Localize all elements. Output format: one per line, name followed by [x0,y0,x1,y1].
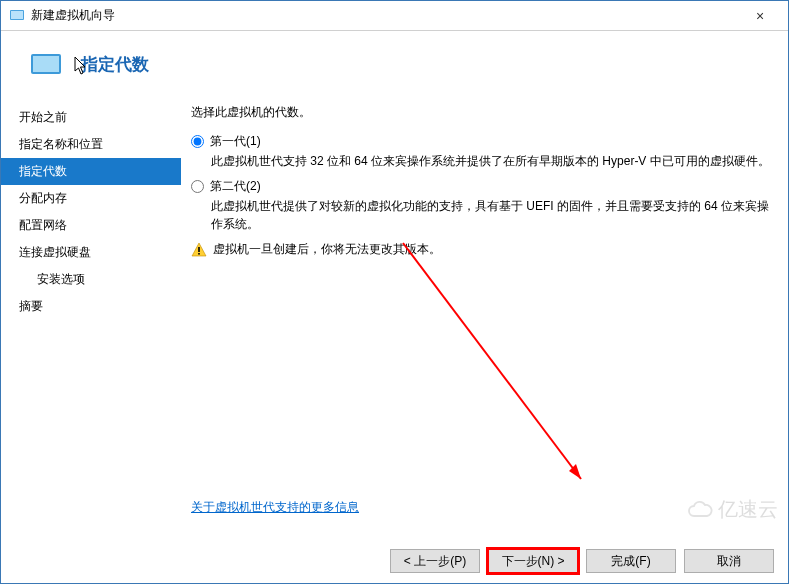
footer-buttons: < 上一步(P) 下一步(N) > 完成(F) 取消 [390,549,774,573]
svg-line-6 [403,243,581,479]
header-icon [31,54,61,76]
gen1-block: 第一代(1) 此虚拟机世代支持 32 位和 64 位来宾操作系统并提供了在所有早… [191,133,774,170]
sidebar-item-summary[interactable]: 摘要 [1,293,181,320]
sidebar-item-name-location[interactable]: 指定名称和位置 [1,131,181,158]
app-icon [9,8,25,24]
svg-marker-7 [569,464,581,479]
gen1-radio-row[interactable]: 第一代(1) [191,133,774,150]
gen1-label: 第一代(1) [210,133,261,150]
cancel-button[interactable]: 取消 [684,549,774,573]
gen1-radio[interactable] [191,135,204,148]
window-title: 新建虚拟机向导 [31,7,740,24]
page-header: 指定代数 [1,31,788,96]
page-title: 指定代数 [81,53,149,76]
svg-rect-3 [33,56,59,72]
cloud-icon [686,500,714,520]
intro-text: 选择此虚拟机的代数。 [191,104,774,121]
gen2-desc: 此虚拟机世代提供了对较新的虚拟化功能的支持，具有基于 UEFI 的固件，并且需要… [211,197,774,233]
svg-rect-1 [11,11,23,19]
warning-row: 虚拟机一旦创建后，你将无法更改其版本。 [191,241,774,258]
sidebar-item-network[interactable]: 配置网络 [1,212,181,239]
prev-button[interactable]: < 上一步(P) [390,549,480,573]
svg-rect-4 [198,247,200,252]
next-button[interactable]: 下一步(N) > [488,549,578,573]
sidebar-item-virtual-disk[interactable]: 连接虚拟硬盘 [1,239,181,266]
more-info-link[interactable]: 关于虚拟机世代支持的更多信息 [191,499,359,516]
annotation-arrow [401,241,601,501]
gen2-block: 第二代(2) 此虚拟机世代提供了对较新的虚拟化功能的支持，具有基于 UEFI 的… [191,178,774,233]
close-button[interactable]: × [740,8,780,24]
gen2-radio-row[interactable]: 第二代(2) [191,178,774,195]
warning-icon [191,242,207,258]
watermark: 亿速云 [686,496,778,523]
sidebar-item-memory[interactable]: 分配内存 [1,185,181,212]
gen2-label: 第二代(2) [210,178,261,195]
watermark-text: 亿速云 [718,496,778,523]
sidebar-item-generation[interactable]: 指定代数 [1,158,181,185]
gen2-radio[interactable] [191,180,204,193]
sidebar-item-install-options[interactable]: 安装选项 [1,266,181,293]
gen1-desc: 此虚拟机世代支持 32 位和 64 位来宾操作系统并提供了在所有早期版本的 Hy… [211,152,774,170]
titlebar: 新建虚拟机向导 × [1,1,788,31]
wizard-window: 新建虚拟机向导 × 指定代数 开始之前 指定名称和位置 指定代数 分配内存 配置… [0,0,789,584]
body: 开始之前 指定名称和位置 指定代数 分配内存 配置网络 连接虚拟硬盘 安装选项 … [1,96,788,516]
finish-button[interactable]: 完成(F) [586,549,676,573]
svg-rect-5 [198,253,200,255]
warning-text: 虚拟机一旦创建后，你将无法更改其版本。 [213,241,441,258]
content-pane: 选择此虚拟机的代数。 第一代(1) 此虚拟机世代支持 32 位和 64 位来宾操… [181,96,788,516]
sidebar: 开始之前 指定名称和位置 指定代数 分配内存 配置网络 连接虚拟硬盘 安装选项 … [1,96,181,516]
sidebar-item-before-begin[interactable]: 开始之前 [1,104,181,131]
